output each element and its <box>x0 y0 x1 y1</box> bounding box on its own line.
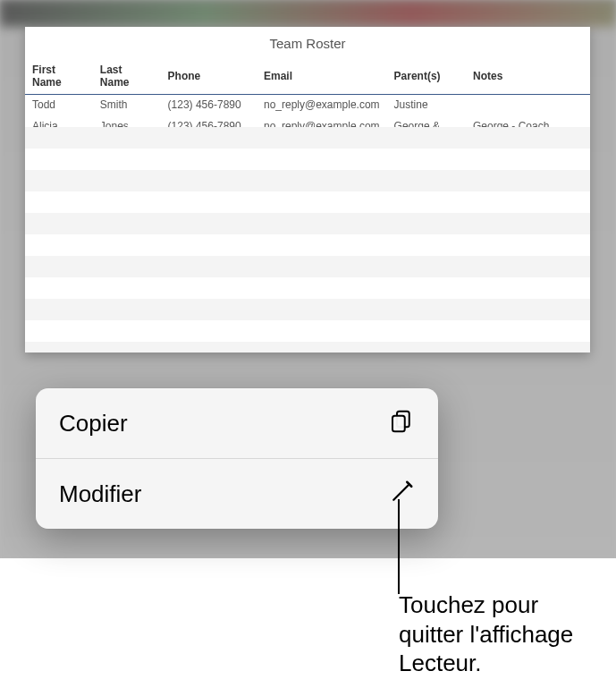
callout-line1: Touchez pour <box>399 590 573 620</box>
cell-notes <box>466 95 590 116</box>
callout-leader-line <box>398 499 400 594</box>
cell-parent: Justine <box>387 95 466 116</box>
backdrop-top-blur <box>0 0 616 27</box>
table-row: Todd Smith (123) 456-7890 no_reply@examp… <box>25 95 590 116</box>
cell-first: Todd <box>25 95 93 116</box>
empty-rows <box>25 127 590 352</box>
context-menu: Copier Modifier <box>36 388 438 529</box>
col-header-first: First Name <box>25 58 93 95</box>
col-header-email: Email <box>257 58 387 95</box>
cell-phone: (123) 456-7890 <box>161 95 257 116</box>
copy-label: Copier <box>59 410 128 437</box>
pencil-icon <box>388 479 415 509</box>
callout-line2: quitter l'affichage <box>399 620 573 650</box>
col-header-notes: Notes <box>466 58 590 95</box>
svg-line-2 <box>393 484 409 500</box>
cell-last: Smith <box>93 95 161 116</box>
copy-menu-item[interactable]: Copier <box>36 388 438 459</box>
cell-email: no_reply@example.com <box>257 95 387 116</box>
callout-annotation: Touchez pour quitter l'affichage Lecteur… <box>399 590 573 678</box>
spreadsheet-preview[interactable]: Team Roster First Name Last Name Phone E… <box>25 27 590 352</box>
edit-label: Modifier <box>59 480 141 508</box>
callout-line3: Lecteur. <box>399 649 573 678</box>
copy-icon <box>388 408 415 438</box>
sheet-title: Team Roster <box>25 27 590 58</box>
col-header-last: Last Name <box>93 58 161 95</box>
table-header-row: First Name Last Name Phone Email Parent(… <box>25 58 590 95</box>
edit-menu-item[interactable]: Modifier <box>36 459 438 529</box>
svg-rect-1 <box>392 416 405 432</box>
col-header-parent: Parent(s) <box>387 58 466 95</box>
col-header-phone: Phone <box>161 58 257 95</box>
